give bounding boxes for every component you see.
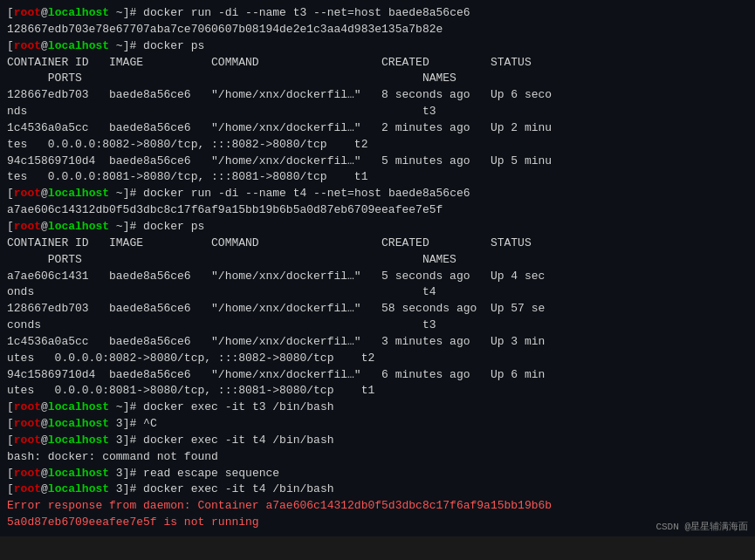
terminal-line: nds t3 — [7, 104, 748, 120]
watermark-text: CSDN @星星辅满海面 — [655, 520, 748, 533]
terminal-line: a7ae606c14312db0f5d3dbc8c17f6af9a15bb19b… — [7, 202, 748, 219]
terminal-line: [root@localhost ~]# docker run -di --nam… — [7, 186, 748, 202]
terminal-line: 94c15869710d4 baede8a56ce6 "/home/xnx/do… — [7, 367, 748, 384]
terminal-line: 94c15869710d4 baede8a56ce6 "/home/xnx/do… — [7, 154, 748, 170]
terminal-line: 128667edb703e78e67707aba7ce7060607b08194… — [7, 22, 748, 38]
terminal-line: CONTAINER ID IMAGE COMMAND CREATED STATU… — [7, 55, 748, 72]
terminal-line: 1c4536a0a5cc baede8a56ce6 "/home/xnx/doc… — [7, 120, 748, 137]
terminal-line: CONTAINER ID IMAGE COMMAND CREATED STATU… — [7, 236, 748, 252]
terminal-line: 5a0d87eb6709eeafee7e5f is not running — [7, 515, 748, 531]
terminal-line: [root@localhost 3]# ^C — [7, 416, 748, 433]
terminal-line: PORTS NAMES — [7, 71, 748, 87]
terminal-line: 128667edb703 baede8a56ce6 "/home/xnx/doc… — [7, 87, 748, 104]
terminal-line: PORTS NAMES — [7, 252, 748, 269]
terminal-line: a7ae606c1431 baede8a56ce6 "/home/xnx/doc… — [7, 269, 748, 285]
terminal-line: [root@localhost 3]# docker exec -it t4 /… — [7, 433, 748, 449]
terminal-line: utes 0.0.0.0:8081->8080/tcp, :::8081->80… — [7, 383, 748, 400]
terminal-line: 1c4536a0a5cc baede8a56ce6 "/home/xnx/doc… — [7, 334, 748, 351]
terminal: [root@localhost ~]# docker run -di --nam… — [0, 0, 755, 536]
terminal-line: 128667edb703 baede8a56ce6 "/home/xnx/doc… — [7, 301, 748, 318]
terminal-line: Error response from daemon: Container a7… — [7, 498, 748, 515]
terminal-line: [root@localhost ~]# docker ps — [7, 219, 748, 236]
terminal-line: [root@localhost 3]# read escape sequence — [7, 466, 748, 482]
terminal-line: utes 0.0.0.0:8082->8080/tcp, :::8082->80… — [7, 351, 748, 367]
terminal-line: conds t3 — [7, 318, 748, 334]
terminal-line: tes 0.0.0.0:8082->8080/tcp, :::8082->808… — [7, 137, 748, 154]
terminal-line: [root@localhost 3]# docker exec -it t4 /… — [7, 481, 748, 498]
terminal-line: onds t4 — [7, 284, 748, 301]
terminal-line: [root@localhost ~]# docker ps — [7, 38, 748, 55]
terminal-line: [root@localhost ~]# docker run -di --nam… — [7, 5, 748, 22]
terminal-line: [root@localhost ~]# docker exec -it t3 /… — [7, 400, 748, 416]
terminal-line: tes 0.0.0.0:8081->8080/tcp, :::8081->808… — [7, 169, 748, 186]
terminal-line: bash: docker: command not found — [7, 449, 748, 466]
